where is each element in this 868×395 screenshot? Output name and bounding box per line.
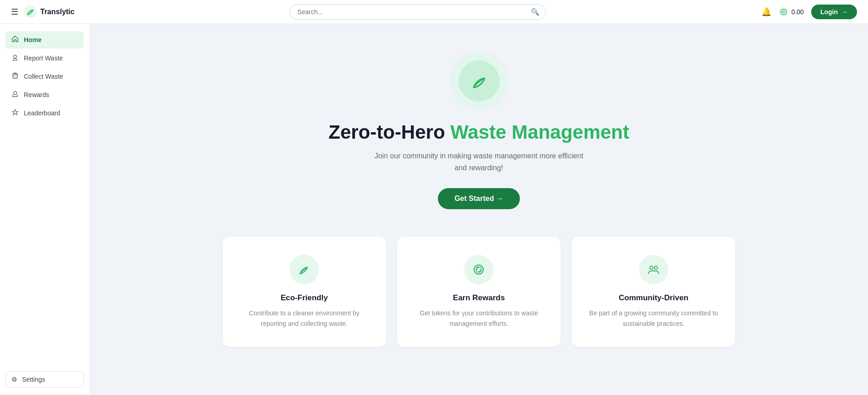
svg-marker-8 bbox=[12, 109, 18, 115]
settings-label: Settings bbox=[22, 376, 45, 383]
eco-card-title: Eco-Friendly bbox=[281, 293, 328, 303]
get-started-label: Get Started → bbox=[454, 195, 503, 203]
rewards-card-title: Earn Rewards bbox=[453, 293, 505, 303]
sidebar-label-leaderboard: Leaderboard bbox=[24, 109, 60, 117]
login-button[interactable]: Login → bbox=[811, 5, 857, 19]
main-content: Zero-to-Hero Waste Management Join our c… bbox=[90, 24, 868, 395]
community-card-icon bbox=[639, 255, 668, 284]
svg-point-9 bbox=[474, 265, 483, 274]
hero-icon-inner bbox=[459, 60, 500, 102]
hero-leaf-svg bbox=[468, 70, 490, 92]
token-balance: 0.00 bbox=[779, 7, 804, 17]
token-icon bbox=[779, 7, 789, 17]
sidebar-item-collect-waste[interactable]: Collect Waste bbox=[5, 68, 84, 85]
sidebar-bottom: ⚙ Settings bbox=[0, 371, 89, 388]
rewards-card-icon bbox=[464, 255, 493, 284]
svg-point-11 bbox=[650, 266, 653, 270]
menu-icon[interactable]: ☰ bbox=[11, 7, 18, 17]
cards-section: Eco-Friendly Contribute to a cleaner env… bbox=[204, 227, 754, 374]
sidebar-item-leaderboard[interactable]: Leaderboard bbox=[5, 104, 84, 122]
community-card-title: Community-Driven bbox=[619, 293, 688, 303]
search-input[interactable] bbox=[289, 4, 546, 20]
header-right: 🔔 0.00 Login → bbox=[761, 5, 857, 19]
logo-leaf-icon bbox=[24, 5, 37, 18]
login-label: Login bbox=[820, 8, 838, 16]
sidebar-label-home: Home bbox=[24, 36, 42, 43]
home-icon bbox=[11, 35, 19, 44]
hero-icon-outer bbox=[449, 51, 509, 111]
get-started-button[interactable]: Get Started → bbox=[438, 188, 520, 209]
eco-card-icon bbox=[289, 255, 319, 284]
collect-waste-icon bbox=[11, 72, 19, 81]
search-wrapper: 🔍 bbox=[289, 4, 546, 20]
notification-icon[interactable]: 🔔 bbox=[761, 7, 771, 17]
logo-text: Translytic bbox=[40, 8, 75, 16]
logo[interactable]: Translytic bbox=[24, 5, 75, 18]
token-amount: 0.00 bbox=[792, 8, 804, 16]
header: ☰ Translytic 🔍 🔔 0.00 Login → bbox=[0, 0, 868, 24]
feature-card-eco: Eco-Friendly Contribute to a cleaner env… bbox=[223, 237, 386, 347]
sidebar-item-home[interactable]: Home bbox=[5, 31, 84, 49]
sidebar-item-report-waste[interactable]: Report Waste bbox=[5, 49, 84, 67]
settings-button[interactable]: ⚙ Settings bbox=[5, 371, 84, 388]
svg-rect-3 bbox=[13, 74, 17, 78]
eco-card-desc: Contribute to a cleaner environment by r… bbox=[237, 308, 371, 329]
svg-point-7 bbox=[14, 92, 17, 95]
community-card-desc: Be part of a growing community committed… bbox=[586, 308, 721, 329]
settings-icon: ⚙ bbox=[11, 376, 17, 383]
svg-point-2 bbox=[14, 55, 17, 59]
sidebar-item-rewards[interactable]: Rewards bbox=[5, 86, 84, 103]
hero-title-green: Waste Management bbox=[450, 121, 629, 143]
sidebar-label-rewards: Rewards bbox=[24, 91, 49, 98]
report-waste-icon bbox=[11, 54, 19, 63]
feature-card-rewards: Earn Rewards Get tokens for your contrib… bbox=[397, 237, 561, 347]
hero-title-dark: Zero-to-Hero bbox=[328, 121, 450, 143]
feature-card-community: Community-Driven Be part of a growing co… bbox=[572, 237, 735, 347]
svg-point-1 bbox=[781, 9, 786, 15]
svg-point-12 bbox=[654, 266, 657, 270]
hero-subtitle: Join our community in making waste manag… bbox=[375, 150, 584, 173]
hero-title: Zero-to-Hero Waste Management bbox=[328, 122, 629, 143]
leaderboard-icon bbox=[11, 108, 19, 118]
hero-section: Zero-to-Hero Waste Management Join our c… bbox=[90, 24, 868, 227]
header-left: ☰ Translytic bbox=[11, 5, 75, 18]
hero-icon bbox=[449, 51, 509, 111]
sidebar-label-report-waste: Report Waste bbox=[24, 54, 63, 62]
search-icon: 🔍 bbox=[531, 8, 540, 16]
sidebar: Home Report Waste bbox=[0, 24, 90, 395]
login-arrow-icon: → bbox=[841, 8, 848, 16]
sidebar-nav: Home Report Waste bbox=[0, 31, 89, 122]
rewards-card-desc: Get tokens for your contributions to was… bbox=[412, 308, 546, 329]
sidebar-label-collect-waste: Collect Waste bbox=[24, 73, 63, 80]
layout: Home Report Waste bbox=[0, 24, 868, 395]
rewards-icon bbox=[11, 90, 19, 99]
